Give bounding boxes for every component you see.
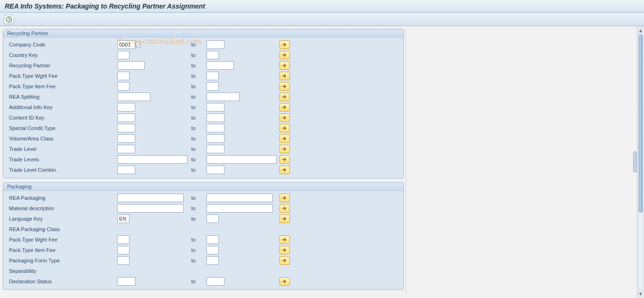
from-cell bbox=[117, 113, 188, 122]
to-input[interactable] bbox=[206, 277, 224, 286]
to-input[interactable] bbox=[206, 166, 224, 174]
splitter-handle[interactable] bbox=[633, 151, 637, 172]
from-input[interactable] bbox=[117, 113, 135, 122]
multiple-selection-button[interactable] bbox=[280, 40, 290, 49]
field-label: REA Packaging Class bbox=[6, 226, 115, 232]
multiple-selection-button[interactable] bbox=[280, 72, 290, 80]
multiple-selection-button[interactable] bbox=[280, 214, 290, 223]
execute-button[interactable] bbox=[4, 15, 14, 24]
from-input[interactable] bbox=[117, 145, 135, 153]
from-input[interactable] bbox=[117, 214, 130, 223]
arrow-right-icon bbox=[282, 258, 288, 263]
to-input[interactable] bbox=[206, 235, 219, 244]
multiple-selection-button[interactable] bbox=[280, 145, 290, 153]
multiple-selection-button[interactable] bbox=[280, 124, 290, 132]
from-input[interactable] bbox=[117, 82, 130, 91]
multiple-selection-button[interactable] bbox=[280, 204, 290, 213]
multi-cell bbox=[280, 93, 294, 101]
page-title-text: REA Info Systems: Packaging to Recycling… bbox=[5, 2, 205, 10]
to-cell bbox=[206, 246, 278, 254]
from-input[interactable] bbox=[117, 155, 187, 164]
selection-row: Trade Levelsto bbox=[6, 154, 401, 165]
to-input[interactable] bbox=[206, 145, 224, 153]
page-title: REA Info Systems: Packaging to Recycling… bbox=[0, 0, 644, 13]
multiple-selection-button[interactable] bbox=[280, 166, 290, 174]
multiple-selection-button[interactable] bbox=[280, 277, 290, 286]
from-input[interactable] bbox=[117, 194, 184, 202]
svg-rect-2 bbox=[137, 45, 140, 47]
from-input[interactable] bbox=[117, 72, 130, 80]
multiple-selection-button[interactable] bbox=[280, 93, 290, 101]
to-input[interactable] bbox=[206, 256, 219, 265]
from-input[interactable] bbox=[117, 134, 135, 143]
field-label: Additional Info Key bbox=[6, 104, 115, 110]
to-input[interactable] bbox=[206, 246, 219, 254]
scroll-down-icon[interactable]: ▼ bbox=[638, 290, 644, 297]
to-input[interactable] bbox=[206, 214, 219, 223]
to-input[interactable] bbox=[206, 82, 219, 91]
multi-cell bbox=[280, 166, 294, 174]
to-input[interactable] bbox=[206, 40, 224, 49]
to-input[interactable] bbox=[206, 134, 224, 143]
from-input[interactable] bbox=[117, 103, 135, 112]
from-input[interactable] bbox=[117, 246, 130, 254]
from-input[interactable] bbox=[117, 277, 135, 286]
from-input[interactable] bbox=[117, 166, 135, 174]
to-cell bbox=[206, 166, 278, 174]
multiple-selection-button[interactable] bbox=[280, 155, 290, 164]
selection-row: Pack.Type Wght Feeto bbox=[6, 234, 401, 245]
to-input[interactable] bbox=[206, 194, 273, 202]
from-cell bbox=[117, 235, 188, 244]
multiple-selection-button[interactable] bbox=[280, 134, 290, 143]
from-input[interactable] bbox=[117, 93, 150, 101]
multiple-selection-button[interactable] bbox=[280, 194, 290, 202]
to-input[interactable] bbox=[206, 72, 219, 80]
to-input[interactable] bbox=[206, 204, 273, 213]
multiple-selection-button[interactable] bbox=[280, 235, 290, 244]
from-input[interactable] bbox=[117, 51, 130, 59]
multiple-selection-button[interactable] bbox=[280, 246, 290, 254]
to-input[interactable] bbox=[206, 51, 219, 59]
from-cell bbox=[117, 61, 188, 70]
from-cell bbox=[117, 124, 188, 132]
to-input[interactable] bbox=[206, 113, 224, 122]
to-input[interactable] bbox=[206, 93, 240, 101]
from-input[interactable] bbox=[117, 256, 130, 265]
selection-row: Content ID Keyto bbox=[6, 112, 401, 123]
value-help-icon[interactable] bbox=[134, 40, 141, 49]
arrow-right-icon bbox=[282, 105, 288, 110]
field-label: Pack.Type Wght Fee bbox=[6, 73, 115, 79]
multiple-selection-button[interactable] bbox=[280, 113, 290, 122]
scroll-up-icon[interactable]: ▲ bbox=[638, 27, 644, 33]
multiple-selection-button[interactable] bbox=[280, 51, 290, 59]
selection-row: Recycling Partnerto bbox=[6, 60, 401, 71]
to-input[interactable] bbox=[206, 155, 277, 164]
to-cell bbox=[206, 145, 278, 153]
multi-cell bbox=[280, 194, 294, 202]
from-input[interactable] bbox=[117, 124, 135, 132]
from-input[interactable] bbox=[117, 61, 145, 70]
to-input[interactable] bbox=[206, 103, 224, 112]
to-input[interactable] bbox=[206, 61, 234, 70]
selection-row: Country Keyto bbox=[6, 50, 401, 60]
multi-cell bbox=[280, 204, 294, 213]
to-label: to bbox=[190, 279, 205, 284]
selection-row: Language Keyto bbox=[6, 214, 401, 224]
arrow-right-icon bbox=[282, 136, 288, 141]
vertical-scrollbar[interactable]: ▲ ▼ bbox=[637, 26, 644, 298]
multiple-selection-button[interactable] bbox=[280, 103, 290, 112]
to-label: to bbox=[190, 237, 205, 242]
multiple-selection-button[interactable] bbox=[280, 256, 290, 265]
from-input[interactable] bbox=[117, 40, 135, 49]
to-label: to bbox=[190, 42, 205, 47]
multiple-selection-button[interactable] bbox=[280, 82, 290, 91]
from-input[interactable] bbox=[117, 235, 130, 244]
from-cell bbox=[117, 51, 188, 59]
to-label: to bbox=[190, 258, 205, 263]
multiple-selection-button[interactable] bbox=[280, 61, 290, 70]
from-input[interactable] bbox=[117, 204, 184, 213]
to-input[interactable] bbox=[206, 124, 224, 132]
scroll-track[interactable] bbox=[638, 34, 643, 289]
field-label: REA Packaging bbox=[6, 195, 115, 201]
scroll-thumb[interactable] bbox=[639, 35, 643, 213]
